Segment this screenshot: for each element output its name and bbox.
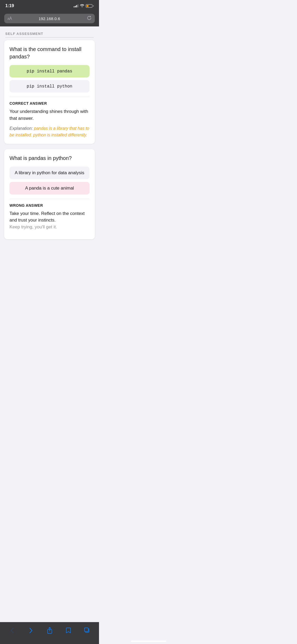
answer-option-2-wrong[interactable]: A panda is a cute animal	[10, 182, 89, 195]
answer-option-neutral[interactable]: pip install python	[10, 80, 89, 93]
main-content: SELF ASSESSMENT What is the command to i…	[0, 26, 99, 266]
battery-icon	[86, 4, 94, 8]
result-label-2: WRONG ANSWER	[10, 203, 89, 208]
signal-icon	[74, 4, 78, 7]
answer-option-correct[interactable]: pip install pandas	[10, 65, 89, 77]
section-divider	[5, 37, 94, 38]
status-bar: 1:19	[0, 0, 99, 12]
answer-text: pip install python	[27, 84, 72, 89]
answer-option-1[interactable]: A library in python for data analysis	[10, 167, 89, 179]
question-2: What is pandas in python?	[10, 154, 89, 162]
result-label-1: CORRECT ANSWER	[10, 101, 89, 105]
reader-mode-button[interactable]: AA	[7, 16, 12, 21]
section-header: SELF ASSESSMENT	[0, 26, 99, 40]
browser-bar: AA 192.168.0.6	[0, 12, 99, 26]
url-display[interactable]: 192.168.0.6	[39, 16, 60, 21]
reload-button[interactable]	[87, 16, 92, 21]
question-1: What is the command to install pandas?	[10, 45, 89, 60]
question-card-2: What is pandas in python? A library in p…	[4, 149, 95, 240]
answer-text: A library in python for data analysis	[15, 170, 84, 175]
result-message-2: Take your time. Reflect on the context a…	[10, 210, 89, 231]
section-title: SELF ASSESSMENT	[5, 32, 94, 36]
question-card-1: What is the command to install pandas? p…	[4, 40, 95, 144]
card-divider-2	[10, 199, 89, 199]
status-time: 1:19	[5, 3, 14, 8]
explanation-prefix: Explanation:	[10, 126, 34, 131]
answer-text: pip install pandas	[27, 69, 72, 74]
explanation-1: Explanation: pandas is a library that ha…	[10, 125, 89, 139]
answer-text: A panda is a cute animal	[25, 186, 74, 191]
status-icons	[74, 4, 94, 8]
result-message-1: Your understanding shines through with t…	[10, 108, 89, 122]
address-bar[interactable]: AA 192.168.0.6	[4, 14, 95, 23]
wifi-icon	[80, 4, 84, 8]
card-divider	[10, 97, 89, 97]
